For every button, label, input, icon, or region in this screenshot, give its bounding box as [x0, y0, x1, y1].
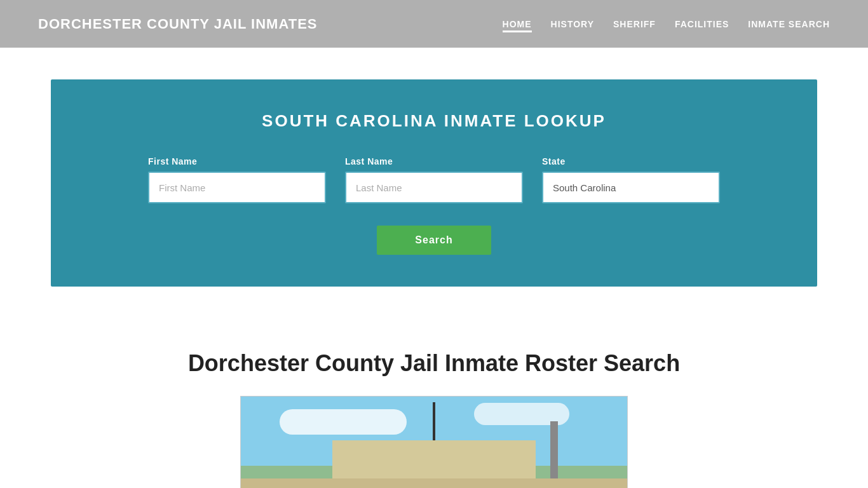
search-btn-container: Search: [102, 226, 766, 255]
nav-item-sheriff[interactable]: SHERIFF: [613, 16, 656, 32]
search-section-title: SOUTH CAROLINA INMATE LOOKUP: [102, 111, 766, 131]
nav-item-inmate-search[interactable]: INMATE SEARCH: [748, 16, 830, 32]
jail-image: [240, 396, 628, 488]
site-header: DORCHESTER COUNTY JAIL INMATES HOME HIST…: [0, 0, 868, 48]
search-button[interactable]: Search: [377, 226, 491, 255]
state-input[interactable]: [542, 172, 720, 203]
tower: [550, 421, 558, 478]
first-name-group: First Name: [148, 156, 326, 203]
first-name-input[interactable]: [148, 172, 326, 203]
last-name-input[interactable]: [345, 172, 523, 203]
main-content: Dorchester County Jail Inmate Roster Sea…: [0, 318, 868, 488]
nav-item-facilities[interactable]: FACILITIES: [675, 16, 729, 32]
state-group: State: [542, 156, 720, 203]
search-fields-row: First Name Last Name State: [102, 156, 766, 203]
state-label: State: [542, 156, 720, 166]
site-title: DORCHESTER COUNTY JAIL INMATES: [38, 16, 317, 32]
nav-item-home[interactable]: HOME: [503, 16, 532, 32]
last-name-label: Last Name: [345, 156, 523, 166]
main-nav: HOME HISTORY SHERIFF FACILITIES INMATE S…: [503, 16, 830, 32]
roster-section-title: Dorchester County Jail Inmate Roster Sea…: [51, 350, 817, 377]
search-section: SOUTH CAROLINA INMATE LOOKUP First Name …: [51, 79, 817, 287]
last-name-group: Last Name: [345, 156, 523, 203]
nav-item-history[interactable]: HISTORY: [551, 16, 594, 32]
cloud-1: [280, 409, 407, 435]
first-name-label: First Name: [148, 156, 326, 166]
building: [332, 440, 536, 478]
